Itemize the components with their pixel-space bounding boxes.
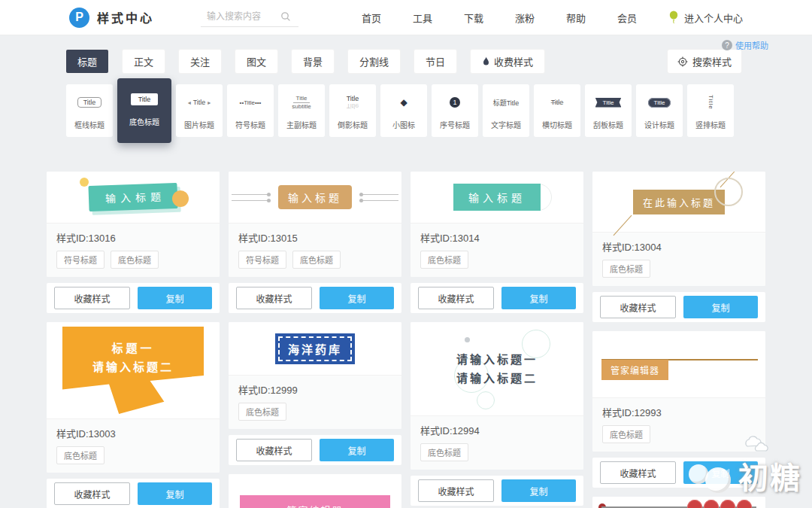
nav-item-help[interactable]: 帮助 <box>566 11 586 25</box>
tab-image-text[interactable]: 图文 <box>235 50 277 73</box>
category-reflection-title[interactable]: Title Title 倒影标题 <box>329 84 376 137</box>
copy-button[interactable]: 复制 <box>501 287 576 309</box>
tab-body-text[interactable]: 正文 <box>123 50 165 73</box>
diamond-icon: ◆ <box>400 97 407 108</box>
search-icon[interactable] <box>280 11 291 22</box>
style-id: 样式ID:12993 <box>602 405 756 419</box>
category-number-title[interactable]: 1 序号标题 <box>432 84 478 137</box>
style-preview: 输入标题 <box>47 172 220 224</box>
style-tag[interactable]: 底色标题 <box>238 403 286 421</box>
favorite-style-button[interactable]: 收藏样式 <box>600 461 676 484</box>
copy-button[interactable]: 复制 <box>138 287 212 309</box>
category-border-title[interactable]: Title 框线标题 <box>66 84 113 137</box>
category-ribbon-title[interactable]: Title 刮板标题 <box>585 84 632 137</box>
category-main-sub-title[interactable]: Title subtitle 主副标题 <box>278 84 325 137</box>
search-styles-button[interactable]: 搜索样式 <box>668 50 741 73</box>
category-design-title[interactable]: Title 设计标题 <box>636 84 683 137</box>
style-card-12994: 请输入标题一 请输入标题二 样式ID:12994 底色标题 收藏样式 复制 <box>411 322 583 506</box>
style-id: 样式ID:13016 <box>56 230 210 245</box>
favorite-style-button[interactable]: 收藏样式 <box>236 439 312 461</box>
nav-item-fans[interactable]: 涨粉 <box>515 11 535 25</box>
gear-icon <box>677 56 688 67</box>
yellow-dot-decoration <box>80 178 89 187</box>
nav-item-download[interactable]: 下载 <box>464 11 483 25</box>
category-bgcolor-title[interactable]: Title 底色标题 <box>117 78 171 143</box>
card-column-2: 输入标题 样式ID:13015 符号标题 底色标题 收藏 <box>229 172 401 508</box>
style-tag[interactable]: 底色标题 <box>292 251 341 269</box>
copy-button[interactable]: 复制 <box>320 287 394 309</box>
nav-item-home[interactable]: 首页 <box>362 11 381 25</box>
style-tag[interactable]: 符号标题 <box>238 251 286 269</box>
style-preview: 在此输入标题 <box>592 172 765 233</box>
style-preview: 请输入标题一 请输入标题二 <box>411 322 583 416</box>
style-preview: 管家编辑器 <box>592 331 765 398</box>
category-symbol-title[interactable]: ••Title••• 符号标题 <box>227 84 274 137</box>
card-column-3: 输入标题 样式ID:13014 底色标题 收藏样式 复制 <box>411 172 583 508</box>
circle-decoration <box>714 178 743 206</box>
balloon-icon <box>668 11 679 24</box>
style-center-page: P 样式中心 首页 工具 下载 涨粉 帮助 会员 进入个人中心 <box>0 0 812 508</box>
style-tag[interactable]: 底色标题 <box>111 251 159 269</box>
favorite-style-button[interactable]: 收藏样式 <box>54 482 130 505</box>
category-small-icon[interactable]: ◆ 小图标 <box>380 84 427 137</box>
profile-label[interactable]: 进入个人中心 <box>684 11 743 25</box>
copy-button[interactable]: 复制 <box>501 479 576 502</box>
yellow-dot-decoration <box>172 190 189 207</box>
style-card-12993: 管家编辑器 样式ID:12993 底色标题 收藏样式 复制 <box>592 331 765 488</box>
tab-festival[interactable]: 节日 <box>414 50 456 73</box>
card-column-1: 输入标题 样式ID:13016 符号标题 底色标题 收藏样式 复制 <box>47 172 220 508</box>
style-id: 样式ID:13004 <box>602 239 756 254</box>
favorite-style-button[interactable]: 收藏样式 <box>600 296 676 318</box>
favorite-style-button[interactable]: 收藏样式 <box>418 287 494 309</box>
style-card-13004: 在此输入标题 样式ID:13004 底色标题 收藏样式 复制 <box>592 172 765 322</box>
style-tag[interactable]: 底色标题 <box>56 446 105 464</box>
search-input[interactable] <box>205 11 280 23</box>
circle-decoration <box>477 391 495 409</box>
style-card-13015: 输入标题 样式ID:13015 符号标题 底色标题 收藏 <box>229 172 401 313</box>
style-id: 样式ID:13015 <box>238 230 392 245</box>
header-search[interactable] <box>201 8 298 27</box>
style-id: 样式ID:12994 <box>420 423 574 437</box>
top-bar: P 样式中心 首页 工具 下载 涨粉 帮助 会员 进入个人中心 <box>0 0 812 35</box>
tab-follow[interactable]: 关注 <box>179 50 221 73</box>
card-column-4: 在此输入标题 样式ID:13004 底色标题 收藏样式 复制 <box>592 172 765 508</box>
style-tag[interactable]: 底色标题 <box>602 425 650 443</box>
nav-item-tools[interactable]: 工具 <box>413 11 432 25</box>
style-card-13014: 输入标题 样式ID:13014 底色标题 收藏样式 复制 <box>411 172 583 313</box>
profile-entry[interactable]: 进入个人中心 <box>668 11 743 25</box>
style-tag[interactable]: 底色标题 <box>420 251 468 269</box>
style-category-strip: Title 框线标题 Title 底色标题 ◂ Title ▸ 图片标题 ••T… <box>66 84 734 143</box>
favorite-style-button[interactable]: 收藏样式 <box>418 479 494 502</box>
tab-title[interactable]: 标题 <box>66 50 108 73</box>
tab-paid-styles[interactable]: 收费样式 <box>471 50 544 73</box>
style-card-13003: 标题一 请输入标题二 样式ID:13003 底色标题 收藏样式 复制 <box>47 322 220 508</box>
tab-background[interactable]: 背景 <box>292 50 334 73</box>
copy-button[interactable]: 复制 <box>320 439 394 461</box>
copy-button[interactable]: 复制 <box>683 461 758 484</box>
category-text-title[interactable]: 标题Title 文字标题 <box>483 84 529 137</box>
app-title: 样式中心 <box>97 8 154 26</box>
dot-decoration <box>465 337 470 342</box>
copy-button[interactable]: 复制 <box>138 482 212 505</box>
style-id: 样式ID:12999 <box>238 382 392 397</box>
timeline-decoration <box>592 497 765 508</box>
style-tag[interactable]: 符号标题 <box>56 251 105 269</box>
line-decoration <box>614 214 632 235</box>
category-vertical-title[interactable]: Title 竖排标题 <box>687 84 734 137</box>
style-card-13016: 输入标题 样式ID:13016 符号标题 底色标题 收藏样式 复制 <box>47 172 220 313</box>
style-tag[interactable]: 底色标题 <box>602 260 650 278</box>
category-crosscut-title[interactable]: Title 横切标题 <box>534 84 580 137</box>
category-image-title[interactable]: ◂ Title ▸ 图片标题 <box>176 84 223 137</box>
nav-item-member[interactable]: 会员 <box>617 11 637 25</box>
main-nav: 首页 工具 下载 涨粉 帮助 会员 <box>362 11 637 25</box>
copy-button[interactable]: 复制 <box>683 296 758 318</box>
tab-divider[interactable]: 分割线 <box>348 50 400 73</box>
style-card-partial: 管家编辑器 <box>229 474 401 508</box>
favorite-style-button[interactable]: 收藏样式 <box>54 287 130 309</box>
style-card-partial <box>592 497 765 508</box>
favorite-style-button[interactable]: 收藏样式 <box>236 287 312 309</box>
flame-icon <box>482 56 490 67</box>
usage-help-link[interactable]: ? 使用帮助 <box>722 39 768 51</box>
style-tag[interactable]: 底色标题 <box>420 443 468 461</box>
style-preview: 标题一 请输入标题二 <box>47 322 220 419</box>
